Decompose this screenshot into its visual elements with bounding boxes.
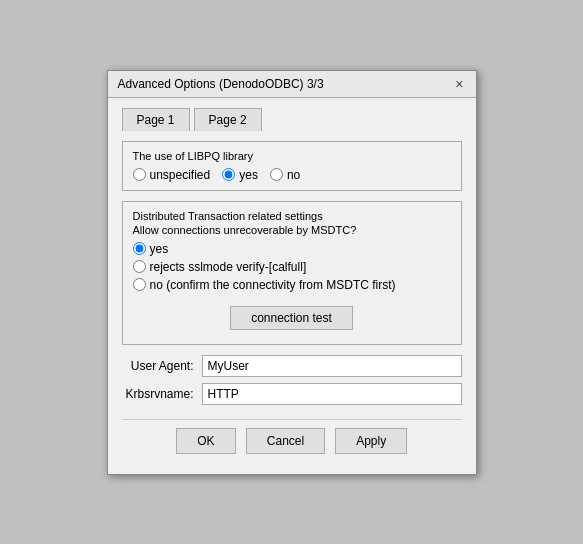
krbsrvname-label: Krbsrvname: — [122, 387, 202, 401]
libpq-radio-row: unspecified yes no — [133, 168, 451, 182]
distributed-group: Distributed Transaction related settings… — [122, 201, 462, 345]
user-agent-label: User Agent: — [122, 359, 202, 373]
dt-yes-label: yes — [150, 242, 169, 256]
libpq-group-label: The use of LIBPQ library — [133, 150, 451, 162]
libpq-group: The use of LIBPQ library unspecified yes… — [122, 141, 462, 191]
distributed-title: Distributed Transaction related settings — [133, 210, 451, 222]
fields-section: User Agent: Krbsrvname: — [122, 355, 462, 405]
libpq-no-item[interactable]: no — [270, 168, 300, 182]
tab-page1[interactable]: Page 1 — [122, 108, 190, 131]
user-agent-row: User Agent: — [122, 355, 462, 377]
libpq-unspecified-label: unspecified — [150, 168, 211, 182]
libpq-unspecified-radio[interactable] — [133, 168, 146, 181]
krbsrvname-input[interactable] — [202, 383, 462, 405]
dt-no-item[interactable]: no (confirm the connectivity from MSDTC … — [133, 278, 451, 292]
dt-rejects-item[interactable]: rejects sslmode verify-[calfull] — [133, 260, 451, 274]
connection-test-area: connection test — [133, 292, 451, 336]
dialog-window: Advanced Options (DenodoODBC) 3/3 × Page… — [107, 70, 477, 475]
dt-yes-item[interactable]: yes — [133, 242, 451, 256]
close-button[interactable]: × — [453, 77, 465, 91]
libpq-yes-item[interactable]: yes — [222, 168, 258, 182]
libpq-no-radio[interactable] — [270, 168, 283, 181]
dt-rejects-label: rejects sslmode verify-[calfull] — [150, 260, 307, 274]
distributed-radio-stack: yes rejects sslmode verify-[calfull] no … — [133, 242, 451, 292]
tab-page2[interactable]: Page 2 — [194, 108, 262, 131]
dt-rejects-radio[interactable] — [133, 260, 146, 273]
bottom-buttons: OK Cancel Apply — [122, 419, 462, 464]
user-agent-input[interactable] — [202, 355, 462, 377]
dt-no-radio[interactable] — [133, 278, 146, 291]
ok-button[interactable]: OK — [176, 428, 236, 454]
cancel-button[interactable]: Cancel — [246, 428, 325, 454]
libpq-no-label: no — [287, 168, 300, 182]
apply-button[interactable]: Apply — [335, 428, 407, 454]
title-bar: Advanced Options (DenodoODBC) 3/3 × — [108, 71, 476, 98]
libpq-unspecified-item[interactable]: unspecified — [133, 168, 211, 182]
libpq-yes-radio[interactable] — [222, 168, 235, 181]
dt-no-label: no (confirm the connectivity from MSDTC … — [150, 278, 396, 292]
krbsrvname-row: Krbsrvname: — [122, 383, 462, 405]
dt-yes-radio[interactable] — [133, 242, 146, 255]
connection-test-button[interactable]: connection test — [230, 306, 353, 330]
libpq-yes-label: yes — [239, 168, 258, 182]
distributed-subtitle: Allow connections unrecoverable by MSDTC… — [133, 224, 451, 236]
dialog-content: Page 1 Page 2 The use of LIBPQ library u… — [108, 98, 476, 474]
dialog-title: Advanced Options (DenodoODBC) 3/3 — [118, 77, 324, 91]
tab-bar: Page 1 Page 2 — [122, 108, 462, 131]
